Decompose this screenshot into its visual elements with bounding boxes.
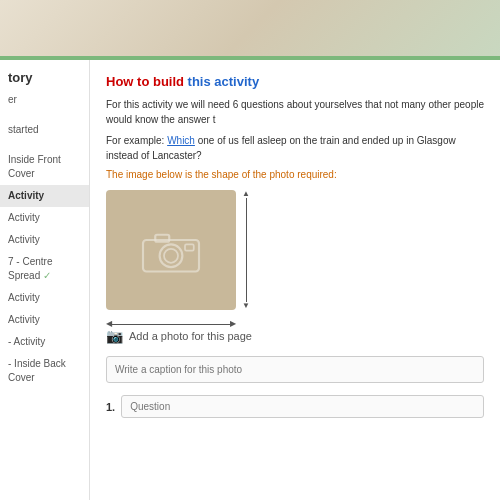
image-note: The image below is the shape of the phot… xyxy=(106,169,484,180)
caption-input[interactable] xyxy=(106,356,484,383)
top-banner-green-bar xyxy=(0,56,500,60)
section-heading: How to build this activity xyxy=(106,74,484,89)
sidebar-item-inside-front[interactable]: Inside Front Cover xyxy=(0,149,89,185)
add-photo-label[interactable]: Add a photo for this page xyxy=(129,330,252,342)
heading-how-to: How to build xyxy=(106,74,188,89)
svg-rect-4 xyxy=(185,244,194,250)
sidebar-item-activity-2[interactable]: Activity xyxy=(0,207,89,229)
camera-small-icon: 📷 xyxy=(106,328,123,344)
camera-icon xyxy=(136,223,206,278)
photo-area: ▲ ▼ ◀ ▶ xyxy=(106,190,484,310)
sidebar-item-centre-spread[interactable]: 7 - Centre Spread ✓ xyxy=(0,251,89,287)
sidebar-spacer xyxy=(0,111,89,119)
sidebar-item-activity-3[interactable]: Activity xyxy=(0,229,89,251)
centre-spread-check: ✓ xyxy=(43,270,51,281)
sidebar-item-inside-back[interactable]: - Inside Back Cover xyxy=(0,353,89,389)
svg-point-1 xyxy=(160,244,183,267)
main-layout: tory er started Inside Front Cover Activ… xyxy=(0,60,500,500)
question-input[interactable] xyxy=(121,395,484,418)
instruction-line2: For example: Which one of us fell asleep… xyxy=(106,133,484,163)
sidebar-item-activity-5[interactable]: Activity xyxy=(0,309,89,331)
sidebar-item-activity-1[interactable]: Activity xyxy=(0,185,89,207)
sidebar-item-activity-6[interactable]: - Activity xyxy=(0,331,89,353)
question-row: 1. xyxy=(106,395,484,418)
sidebar-item-cover[interactable]: er xyxy=(0,89,89,111)
instruction-line1: For this activity we will need 6 questio… xyxy=(106,97,484,127)
arrow-vertical: ▲ ▼ xyxy=(242,190,250,310)
main-content: How to build this activity For this acti… xyxy=(90,60,500,500)
question-number: 1. xyxy=(106,401,115,413)
heading-this-activity: this activity xyxy=(188,74,260,89)
sidebar-title: tory xyxy=(0,64,89,89)
top-banner xyxy=(0,0,500,60)
highlight-link[interactable]: Which xyxy=(167,135,195,146)
sidebar-item-activity-4[interactable]: Activity xyxy=(0,287,89,309)
sidebar: tory er started Inside Front Cover Activ… xyxy=(0,60,90,500)
photo-placeholder xyxy=(106,190,236,310)
sidebar-item-started[interactable]: started xyxy=(0,119,89,141)
svg-point-2 xyxy=(164,248,178,262)
arrow-horizontal: ◀ ▶ xyxy=(106,320,236,328)
svg-rect-3 xyxy=(155,234,169,241)
sidebar-spacer-2 xyxy=(0,141,89,149)
